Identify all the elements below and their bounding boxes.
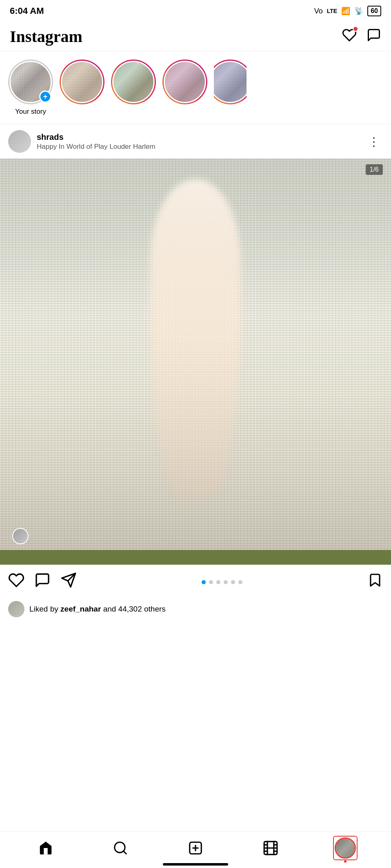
story-avatar-2	[62, 62, 102, 102]
post-user-avatar[interactable]	[8, 130, 31, 153]
your-story-avatar-wrap: +	[8, 60, 53, 104]
messenger-button[interactable]	[367, 28, 381, 46]
status-icons: Vo LTE 📶 📡 60	[314, 6, 381, 16]
story-ring-3	[111, 60, 156, 104]
comment-button[interactable]	[34, 572, 51, 592]
post-figure-silhouette	[151, 179, 240, 497]
post-user-details: shrads Happy In World of Play Louder Har…	[37, 133, 156, 151]
story-inner-5	[214, 61, 247, 103]
nav-profile-box	[333, 836, 358, 860]
home-indicator	[163, 863, 228, 866]
status-bar: 6:04 AM Vo LTE 📶 📡 60	[0, 0, 391, 22]
post-image-bottom-bar	[0, 550, 391, 565]
story-avatar-3	[113, 62, 153, 102]
post-image-counter: 1/6	[366, 164, 383, 175]
likes-suffix: and 44,302 others	[103, 605, 166, 613]
carousel-dot-6	[238, 580, 242, 584]
like-button[interactable]	[8, 572, 24, 592]
carousel-dots	[87, 580, 358, 584]
battery-indicator: 60	[367, 6, 381, 16]
story-item-2[interactable]	[60, 60, 104, 108]
story-ring-2	[60, 60, 104, 104]
save-button[interactable]	[367, 572, 383, 592]
story-inner-4	[164, 61, 206, 103]
likes-text: Liked by zeef_nahar and 44,302 others	[29, 605, 166, 614]
stories-row: + Your story	[0, 51, 391, 124]
lte-indicator: LTE	[327, 8, 337, 14]
post-header: shrads Happy In World of Play Louder Har…	[0, 124, 391, 159]
story-item-4[interactable]	[162, 60, 207, 108]
post-slide-indicators	[12, 528, 29, 544]
nav-search[interactable]	[108, 836, 133, 860]
nav-home[interactable]	[33, 836, 58, 860]
story-avatar-5	[214, 62, 247, 102]
story-item-5[interactable]	[214, 60, 247, 104]
carousel-dot-4	[224, 580, 228, 584]
carousel-dot-1	[202, 580, 206, 584]
add-story-button[interactable]: +	[39, 91, 51, 103]
story-inner-3	[112, 61, 155, 103]
app-header: Instagram	[0, 22, 391, 51]
your-story-label: Your story	[15, 108, 46, 116]
notification-badge	[353, 26, 358, 32]
notifications-button[interactable]	[342, 28, 357, 46]
post-subtitle: Happy In World of Play Louder Harlem	[37, 143, 156, 151]
nav-profile[interactable]	[333, 836, 358, 860]
app-logo: Instagram	[10, 27, 82, 46]
share-button[interactable]	[60, 572, 77, 592]
header-actions	[342, 28, 381, 46]
story-item-your-story[interactable]: + Your story	[8, 60, 53, 116]
post-image-container: 1/6	[0, 159, 391, 565]
post-image	[0, 159, 391, 550]
status-time: 6:04 AM	[10, 6, 44, 16]
nav-profile-image	[336, 839, 355, 857]
nav-active-indicator	[344, 860, 347, 863]
post-username: shrads	[37, 133, 156, 142]
likes-prefix: Liked by	[29, 605, 58, 613]
signal-icon: 📶	[341, 7, 350, 15]
carousel-dot-2	[209, 580, 213, 584]
carousel-dot-5	[231, 580, 235, 584]
post-likes-row: Liked by zeef_nahar and 44,302 others	[0, 599, 391, 623]
story-item-3[interactable]	[111, 60, 156, 108]
post-more-button[interactable]: ⋮	[365, 132, 383, 152]
post-user-info: shrads Happy In World of Play Louder Har…	[8, 130, 156, 153]
wifi-icon: 📡	[354, 7, 363, 15]
network-indicator: Vo	[314, 7, 323, 15]
post-actions	[0, 565, 391, 599]
nav-create[interactable]	[183, 836, 208, 860]
nav-profile-avatar	[335, 837, 356, 859]
nav-reels[interactable]	[258, 836, 283, 860]
story-ring-4	[162, 60, 207, 104]
svg-line-3	[124, 851, 127, 854]
post-user-avatar-small	[12, 528, 29, 544]
story-ring-5	[214, 60, 247, 104]
carousel-dot-3	[216, 580, 220, 584]
story-avatar-4	[165, 62, 205, 102]
likes-avatar-image	[8, 601, 24, 617]
story-inner-2	[61, 61, 103, 103]
likes-username[interactable]: zeef_nahar	[60, 605, 101, 613]
bottom-navigation	[0, 831, 391, 868]
likes-avatar[interactable]	[8, 601, 24, 617]
